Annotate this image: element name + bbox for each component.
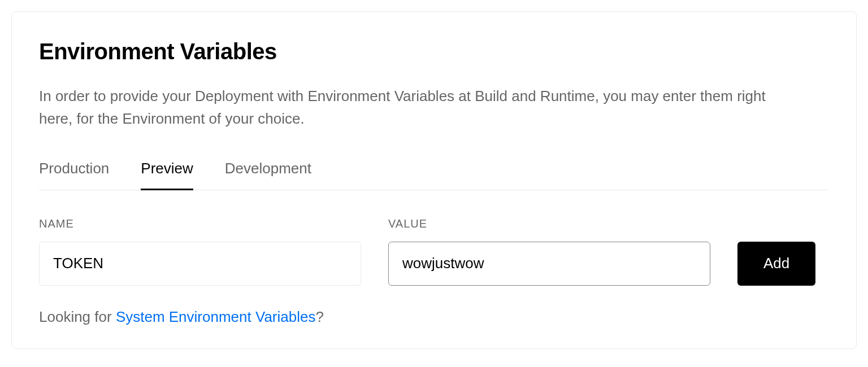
tab-development[interactable]: Development bbox=[225, 160, 311, 190]
footer-prefix: Looking for bbox=[39, 308, 116, 325]
page-title: Environment Variables bbox=[39, 39, 829, 64]
footer-suffix: ? bbox=[315, 308, 323, 325]
name-label: NAME bbox=[39, 217, 361, 230]
name-input[interactable] bbox=[39, 242, 361, 286]
env-var-form-row: NAME VALUE Add bbox=[39, 217, 829, 286]
environment-tabs: Production Preview Development bbox=[39, 160, 829, 190]
system-env-vars-link[interactable]: System Environment Variables bbox=[116, 308, 316, 325]
value-field-group: VALUE bbox=[388, 217, 710, 286]
tab-preview[interactable]: Preview bbox=[141, 160, 193, 190]
footer-text: Looking for System Environment Variables… bbox=[39, 308, 829, 326]
add-button[interactable]: Add bbox=[737, 242, 815, 286]
description-text: In order to provide your Deployment with… bbox=[39, 85, 796, 130]
name-field-group: NAME bbox=[39, 217, 361, 286]
tab-production[interactable]: Production bbox=[39, 160, 109, 190]
value-label: VALUE bbox=[388, 217, 710, 230]
value-input[interactable] bbox=[388, 242, 710, 286]
env-vars-card: Environment Variables In order to provid… bbox=[11, 11, 857, 349]
